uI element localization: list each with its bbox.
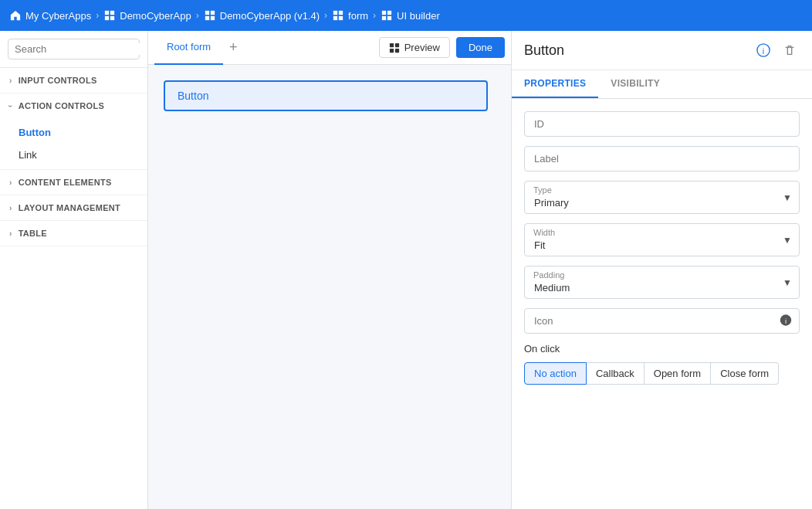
- nav-item-mycyberapps[interactable]: My CyberApps: [9, 9, 91, 22]
- onclick-callback-button[interactable]: Callback: [587, 362, 645, 385]
- nav-item-ui-builder[interactable]: UI builder: [381, 9, 440, 22]
- onclick-no-action-button[interactable]: No action: [524, 362, 587, 385]
- panel-header-actions: i: [753, 40, 800, 60]
- panel-tabs: PROPERTIES VISIBILITY: [512, 70, 812, 99]
- nav-item-democyberapp[interactable]: DemoCyberApp: [103, 9, 191, 22]
- svg-rect-12: [382, 11, 386, 15]
- svg-text:i: i: [785, 316, 787, 324]
- label-field[interactable]: [524, 146, 800, 171]
- svg-rect-14: [382, 16, 386, 20]
- svg-rect-8: [333, 11, 337, 15]
- svg-rect-11: [339, 16, 343, 20]
- on-click-label: On click: [524, 343, 800, 355]
- grid-icon-1: [103, 9, 116, 22]
- width-select[interactable]: Fit Full: [524, 223, 800, 256]
- icon-field-wrap: i: [524, 308, 800, 334]
- delete-header-button[interactable]: [780, 40, 800, 60]
- home-icon: [9, 9, 22, 22]
- svg-rect-16: [390, 42, 394, 46]
- sidebar-section-header-table[interactable]: › TABLE: [0, 221, 147, 246]
- search-input[interactable]: [15, 43, 144, 55]
- preview-button[interactable]: Preview: [379, 37, 450, 58]
- panel-tab-visibility[interactable]: VISIBILITY: [598, 70, 672, 98]
- chevron-right-icon-content: ›: [9, 178, 12, 187]
- width-select-wrap: Width Fit Full ▼: [524, 223, 800, 256]
- sidebar-item-button[interactable]: Button: [0, 121, 147, 144]
- search-box: [0, 31, 147, 68]
- svg-rect-3: [110, 16, 114, 20]
- panel-title: Button: [524, 42, 564, 59]
- tab-root-form[interactable]: Root form: [154, 31, 223, 65]
- tab-bar: Root form + Preview Done: [148, 31, 511, 65]
- svg-rect-0: [105, 11, 109, 15]
- padding-select[interactable]: Small Medium Large: [524, 266, 800, 299]
- content-area: Root form + Preview Done Button: [148, 31, 511, 509]
- grid-icon-2: [204, 9, 216, 22]
- svg-rect-17: [395, 42, 399, 46]
- id-field[interactable]: [524, 111, 800, 137]
- chevron-down-icon-action: ›: [6, 104, 15, 107]
- type-select-wrap: Type Primary Secondary Danger Ghost ▼: [524, 181, 800, 214]
- grid-icon-3: [332, 9, 344, 22]
- sidebar-section-header-action-controls[interactable]: › ACTION CONTROLS: [0, 93, 147, 118]
- svg-rect-18: [390, 48, 394, 52]
- id-field-group: [524, 111, 800, 137]
- grid-icon-4: [381, 9, 393, 22]
- nav-sep-2: ›: [196, 10, 199, 21]
- svg-rect-9: [339, 11, 343, 15]
- panel-header: Button i: [512, 31, 812, 70]
- svg-rect-1: [110, 11, 114, 15]
- svg-rect-19: [395, 48, 399, 52]
- padding-field-group: Padding Small Medium Large ▼: [524, 266, 800, 299]
- svg-rect-15: [387, 16, 391, 20]
- padding-select-wrap: Padding Small Medium Large ▼: [524, 266, 800, 299]
- nav-item-form[interactable]: form: [332, 9, 368, 22]
- svg-rect-6: [205, 16, 209, 20]
- sidebar-section-layout: › LAYOUT MANAGEMENT: [0, 195, 147, 221]
- sidebar-section-input-controls: › INPUT CONTROLS: [0, 68, 147, 93]
- button-widget[interactable]: Button: [164, 80, 488, 111]
- canvas-area: Button: [148, 65, 511, 509]
- onclick-open-form-button[interactable]: Open form: [645, 362, 711, 385]
- svg-rect-4: [205, 11, 209, 15]
- info-header-button[interactable]: i: [753, 40, 773, 60]
- sidebar-section-action-controls: › ACTION CONTROLS Button Link: [0, 93, 147, 170]
- sidebar-items-action: Button Link: [0, 118, 147, 169]
- panel-tab-properties[interactable]: PROPERTIES: [512, 70, 598, 98]
- nav-sep-1: ›: [96, 10, 99, 21]
- add-tab-button[interactable]: +: [223, 39, 244, 56]
- right-panel: Button i PROPERTIES VISIBILITY: [511, 31, 812, 509]
- sidebar-section-header-layout[interactable]: › LAYOUT MANAGEMENT: [0, 195, 147, 220]
- nav-sep-4: ›: [373, 10, 376, 21]
- chevron-right-icon-layout: ›: [9, 204, 12, 212]
- nav-sep-3: ›: [324, 10, 327, 21]
- onclick-close-form-button[interactable]: Close form: [711, 362, 779, 385]
- svg-rect-2: [105, 16, 109, 20]
- sidebar-section-table: › TABLE: [0, 221, 147, 246]
- svg-rect-10: [333, 16, 337, 20]
- search-input-wrap: [8, 39, 140, 59]
- svg-rect-7: [211, 16, 215, 20]
- sidebar-section-header-input-controls[interactable]: › INPUT CONTROLS: [0, 68, 147, 93]
- icon-field-group: i: [524, 308, 800, 334]
- sidebar-section-content-elements: › CONTENT ELEMENTS: [0, 170, 147, 195]
- label-field-group: [524, 146, 800, 171]
- width-field-group: Width Fit Full ▼: [524, 223, 800, 256]
- onclick-buttons: No action Callback Open form Close form: [524, 362, 800, 385]
- sidebar-item-link[interactable]: Link: [0, 144, 147, 166]
- done-button[interactable]: Done: [456, 37, 505, 58]
- type-field-group: Type Primary Secondary Danger Ghost ▼: [524, 181, 800, 214]
- icon-info-button[interactable]: i: [780, 314, 792, 328]
- tab-actions: Preview Done: [379, 37, 505, 58]
- svg-rect-13: [387, 11, 391, 15]
- icon-field[interactable]: [524, 308, 800, 334]
- sidebar-section-header-content[interactable]: › CONTENT ELEMENTS: [0, 170, 147, 195]
- chevron-right-icon-table: ›: [9, 229, 12, 238]
- type-select[interactable]: Primary Secondary Danger Ghost: [524, 181, 800, 214]
- top-nav: My CyberApps › DemoCyberApp › DemoCyberA…: [0, 0, 812, 31]
- svg-rect-5: [211, 11, 215, 15]
- chevron-right-icon-input: ›: [9, 76, 12, 85]
- on-click-group: On click No action Callback Open form Cl…: [524, 343, 800, 385]
- panel-body: Type Primary Secondary Danger Ghost ▼ Wi…: [512, 99, 812, 509]
- nav-item-democyberapp-v14[interactable]: DemoCyberApp (v1.4): [204, 9, 320, 22]
